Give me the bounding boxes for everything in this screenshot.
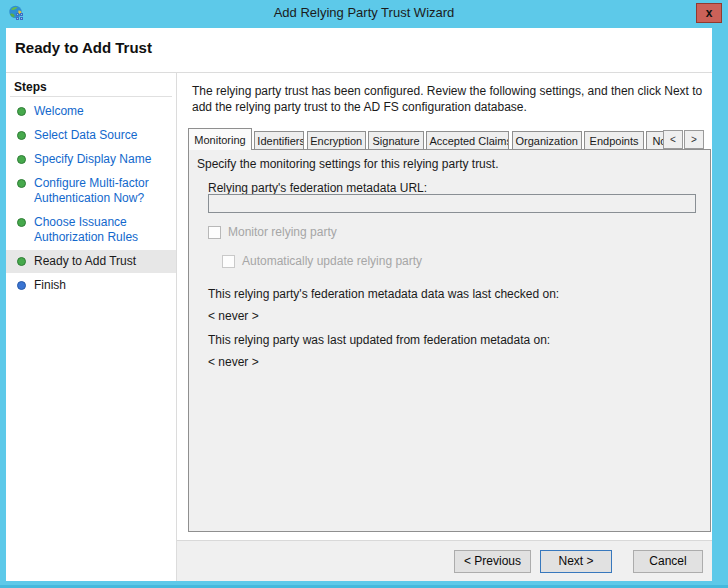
steps-separator bbox=[10, 96, 172, 97]
monitoring-intro: Specify the monitoring settings for this… bbox=[197, 157, 498, 171]
step-done-icon bbox=[17, 131, 26, 140]
tab-strip: Monitoring Identifiers Encryption Signat… bbox=[188, 128, 704, 150]
last-checked-label: This relying party's federation metadata… bbox=[208, 287, 559, 301]
last-updated-label: This relying party was last updated from… bbox=[208, 333, 550, 347]
step-welcome[interactable]: Welcome bbox=[6, 100, 176, 123]
next-button[interactable]: Next > bbox=[540, 550, 612, 573]
tab-encryption[interactable]: Encryption bbox=[307, 131, 366, 150]
steps-sidebar: Steps Welcome Select Data Source Specify… bbox=[6, 73, 176, 581]
steps-list: Welcome Select Data Source Specify Displ… bbox=[6, 100, 176, 298]
step-label: Welcome bbox=[34, 104, 84, 118]
close-button[interactable]: x bbox=[696, 3, 722, 23]
step-label: Choose Issuance Authorization Rules bbox=[34, 215, 138, 244]
steps-heading: Steps bbox=[14, 80, 47, 94]
tab-scroll-left-icon[interactable]: < bbox=[663, 130, 683, 149]
step-finish[interactable]: Finish bbox=[6, 274, 176, 297]
settings-tab-control: Monitoring Identifiers Encryption Signat… bbox=[188, 128, 711, 532]
wizard-window: Add Relying Party Trust Wizard x Ready t… bbox=[0, 0, 728, 588]
wizard-description: The relying party trust has been configu… bbox=[192, 83, 709, 115]
window-title: Add Relying Party Trust Wizard bbox=[0, 0, 728, 28]
sidebar-separator bbox=[176, 73, 177, 581]
step-ready-to-add-trust[interactable]: Ready to Add Trust bbox=[6, 250, 176, 273]
metadata-url-label: Relying party's federation metadata URL: bbox=[208, 181, 427, 195]
checkbox-unchecked-icon bbox=[208, 226, 221, 239]
step-configure-mfa[interactable]: Configure Multi-factor Authentication No… bbox=[6, 172, 176, 210]
last-updated-value: < never > bbox=[208, 355, 259, 369]
step-done-icon bbox=[17, 218, 26, 227]
step-label: Specify Display Name bbox=[34, 152, 151, 166]
metadata-url-input[interactable] bbox=[208, 194, 696, 213]
last-checked-value: < never > bbox=[208, 309, 259, 323]
page-title: Ready to Add Trust bbox=[15, 39, 152, 56]
monitor-relying-party-checkbox[interactable]: Monitor relying party bbox=[208, 225, 337, 239]
tab-scroll-right-icon[interactable]: > bbox=[684, 130, 704, 149]
tab-organization[interactable]: Organization bbox=[512, 131, 582, 150]
step-label: Select Data Source bbox=[34, 128, 137, 142]
previous-button[interactable]: < Previous bbox=[454, 550, 531, 573]
step-specify-display-name[interactable]: Specify Display Name bbox=[6, 148, 176, 171]
step-done-icon bbox=[17, 107, 26, 116]
tab-accepted-claims[interactable]: Accepted Claims bbox=[426, 131, 509, 150]
monitoring-tab-panel: Specify the monitoring settings for this… bbox=[188, 149, 711, 532]
button-bar: < Previous Next > Cancel bbox=[177, 540, 712, 581]
step-choose-issuance-rules[interactable]: Choose Issuance Authorization Rules bbox=[6, 211, 176, 249]
step-select-data-source[interactable]: Select Data Source bbox=[6, 124, 176, 147]
checkbox-unchecked-icon bbox=[222, 255, 235, 268]
step-label: Finish bbox=[34, 278, 66, 292]
title-bar[interactable]: Add Relying Party Trust Wizard x bbox=[0, 0, 728, 28]
step-current-icon bbox=[17, 257, 26, 266]
step-label: Ready to Add Trust bbox=[34, 254, 136, 268]
step-upcoming-icon bbox=[17, 281, 26, 290]
cancel-button[interactable]: Cancel bbox=[633, 550, 703, 573]
dialog-body: Ready to Add Trust Steps Welcome Select … bbox=[6, 28, 712, 581]
tab-signature[interactable]: Signature bbox=[368, 131, 424, 150]
tab-endpoints[interactable]: Endpoints bbox=[584, 131, 644, 150]
step-done-icon bbox=[17, 155, 26, 164]
auto-update-relying-party-checkbox[interactable]: Automatically update relying party bbox=[222, 254, 422, 268]
tab-monitoring[interactable]: Monitoring bbox=[188, 128, 252, 150]
step-done-icon bbox=[17, 179, 26, 188]
tab-identifiers[interactable]: Identifiers bbox=[254, 131, 304, 150]
checkbox-label: Automatically update relying party bbox=[242, 254, 422, 268]
checkbox-label: Monitor relying party bbox=[228, 225, 337, 239]
step-label: Configure Multi-factor Authentication No… bbox=[34, 176, 149, 205]
